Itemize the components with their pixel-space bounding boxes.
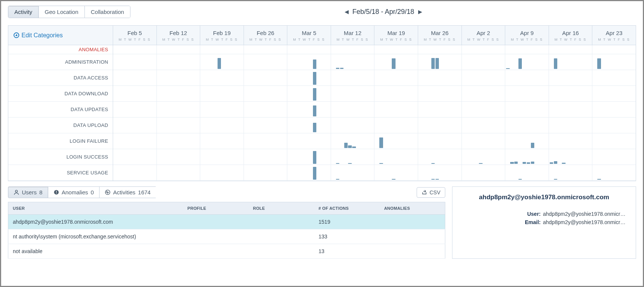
tab-users[interactable]: Users 8 — [8, 186, 48, 198]
chart-cell — [418, 133, 462, 149]
user-icon — [14, 189, 19, 195]
day-letters: M T W T F S S — [293, 38, 325, 41]
table-row[interactable]: ahdp8pm2y@yoshie1978.onmicrosoft.com1519 — [8, 215, 445, 229]
chart-cell — [287, 133, 331, 149]
chart-cell — [157, 86, 201, 101]
chart-cell — [418, 118, 462, 133]
chart-cell — [244, 54, 288, 70]
chart-cell — [331, 165, 375, 180]
chart-cell — [244, 86, 288, 101]
bar — [527, 162, 531, 164]
col-header[interactable]: ANOMALIES — [380, 202, 445, 215]
svg-rect-2 — [56, 191, 57, 193]
chart-cell — [157, 149, 201, 165]
chart-cell — [592, 54, 636, 70]
bar — [562, 163, 566, 164]
bar — [431, 58, 435, 69]
chart-cell — [244, 118, 288, 133]
chart-cell — [418, 45, 462, 54]
day-letters: M T W T F S S — [380, 38, 412, 41]
chart-cell — [592, 70, 636, 85]
bar — [514, 162, 518, 164]
chart-cell — [374, 133, 418, 149]
chart-row — [113, 45, 636, 54]
bar — [352, 147, 356, 148]
tab-geo-location[interactable]: Geo Location — [39, 6, 85, 18]
chart-cell — [157, 118, 201, 133]
chart-cell — [287, 86, 331, 101]
chart-row — [113, 54, 636, 70]
category-anomalies: ANOMALIES — [8, 45, 113, 54]
detail-email-key: Email: — [460, 219, 541, 225]
edit-categories-label: Edit Categories — [21, 32, 63, 39]
bar — [431, 179, 435, 180]
edit-categories-button[interactable]: Edit Categories — [8, 26, 113, 45]
date-prev-icon[interactable]: ◀ — [345, 9, 349, 15]
chart-cell — [549, 102, 593, 117]
tab-activities[interactable]: Activities 1674 — [99, 186, 156, 198]
cell-profile — [183, 229, 248, 244]
week-header: Apr 23M T W T F S S — [592, 26, 636, 45]
chart-cell — [287, 45, 331, 54]
chart-cell — [505, 133, 549, 149]
activities-label: Activities — [113, 189, 135, 195]
week-label: Feb 19 — [213, 30, 231, 36]
chart-cell — [549, 165, 593, 180]
chart-cell — [549, 54, 593, 70]
cell-role — [248, 244, 314, 259]
bar — [348, 163, 352, 164]
tab-collaboration[interactable]: Collaboration — [85, 6, 130, 18]
chart-cell — [113, 102, 157, 117]
chart-cell — [244, 45, 288, 54]
col-header[interactable]: USER — [8, 202, 183, 215]
chart-cell — [287, 149, 331, 165]
category-login-success: LOGIN SUCCESS — [8, 149, 113, 165]
export-csv-button[interactable]: CSV — [417, 187, 445, 198]
chart-cell — [200, 45, 244, 54]
chart-cell — [374, 86, 418, 101]
bar — [348, 145, 352, 148]
date-next-icon[interactable]: ▶ — [418, 9, 422, 15]
chart-cell — [505, 86, 549, 101]
bar — [597, 58, 601, 69]
chart-cell — [592, 45, 636, 54]
chart-cell — [113, 149, 157, 165]
day-letters: M T W T F S S — [511, 38, 543, 41]
chart-cell — [200, 54, 244, 70]
pulse-icon — [105, 189, 110, 195]
chart-cell — [592, 118, 636, 133]
chart-row — [113, 86, 636, 102]
col-header[interactable]: # OF ACTIONS — [314, 202, 380, 215]
table-row[interactable]: nt authority\system (microsoft.exchange.… — [8, 229, 445, 244]
chart-cell — [549, 149, 593, 165]
col-header[interactable]: ROLE — [248, 202, 314, 215]
chart-cell — [549, 133, 593, 149]
chart-cell — [374, 54, 418, 70]
category-data-access: DATA ACCESS — [8, 70, 113, 86]
chart-cell — [374, 165, 418, 180]
col-header[interactable]: PROFILE — [183, 202, 248, 215]
bar — [336, 163, 340, 164]
bar — [554, 161, 558, 164]
chart-cell — [374, 70, 418, 85]
bar — [336, 68, 340, 69]
chart-cell — [462, 54, 506, 70]
chart-cell — [462, 45, 506, 54]
chart-cell — [157, 102, 201, 117]
plus-circle-icon — [14, 32, 19, 38]
tab-anomalies[interactable]: Anomalies 0 — [48, 186, 99, 198]
chart-cell — [462, 118, 506, 133]
bar — [523, 162, 526, 164]
chart-cell — [462, 149, 506, 165]
bar — [597, 179, 601, 180]
anomalies-count: 0 — [91, 189, 94, 195]
chart-cell — [200, 70, 244, 85]
chart-cell — [549, 86, 593, 101]
chart-cell — [462, 133, 506, 149]
chart-row — [113, 118, 636, 133]
bar — [435, 179, 439, 180]
table-row[interactable]: not available13 — [8, 244, 445, 259]
tab-activity[interactable]: Activity — [8, 6, 39, 18]
chart-cell — [331, 133, 375, 149]
chart-cell — [331, 102, 375, 117]
